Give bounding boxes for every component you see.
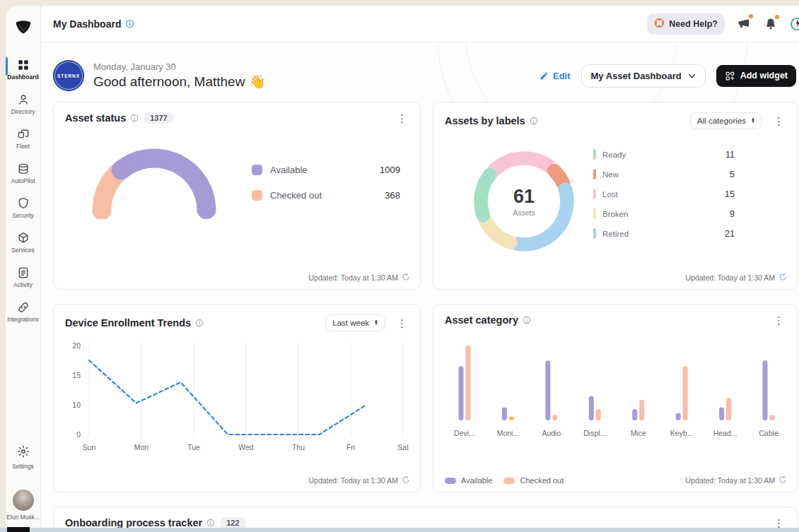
legend-item: Retired21 (593, 228, 735, 239)
sidebar-item-label: Integrations (7, 316, 38, 323)
sidebar-item-directory[interactable]: Directory (6, 91, 40, 117)
sidebar-item-activity[interactable]: Activity (6, 264, 40, 290)
user-avatar[interactable] (13, 490, 34, 511)
asset-status-gauge-chart (79, 136, 229, 222)
widget-assets-by-labels: Assets by labels All categories ▲▼ ⋮ 61 (433, 102, 798, 290)
refresh-icon[interactable] (778, 475, 787, 485)
svg-text:Thu: Thu (292, 443, 305, 451)
add-widget-button[interactable]: Add widget (716, 65, 796, 87)
categories-select[interactable]: All categories ▲▼ (690, 112, 762, 129)
greeting-header: STERNX Monday, January 30 Good afternoon… (41, 42, 799, 102)
widget-title: Onboarding process tracker (65, 517, 202, 528)
grid-icon (16, 58, 30, 72)
categories-select-value: All categories (697, 117, 746, 125)
lifebuoy-icon (654, 18, 665, 30)
svg-text:Fri: Fri (346, 443, 355, 451)
sidebar-item-label: AutoPilot (11, 177, 35, 184)
info-icon[interactable] (130, 114, 139, 122)
info-icon[interactable] (195, 319, 204, 327)
kebab-menu-icon[interactable]: ⋮ (772, 518, 786, 528)
period-select-value: Last week (332, 319, 369, 327)
sidebar: DashboardDirectoryFleetAutoPilotSecurity… (6, 6, 41, 528)
legend-item: Lost15 (593, 189, 735, 199)
legend-value: 21 (725, 229, 735, 239)
org-avatar: STERNX (53, 60, 84, 91)
announcements-button[interactable] (737, 16, 752, 31)
layers-icon (16, 162, 30, 176)
asset-status-legend: Available1009Checked out368 (252, 165, 400, 201)
category-legend: AvailableChecked out (445, 476, 564, 485)
sidebar-item-autopilot[interactable]: AutoPilot (6, 160, 40, 186)
sidebar-item-fleet[interactable]: Fleet (6, 126, 40, 151)
edit-label: Edit (553, 71, 571, 81)
add-widget-icon (725, 71, 735, 81)
sidebar-item-services[interactable]: Services (6, 230, 40, 255)
legend-swatch (252, 190, 262, 201)
sync-status-button[interactable] (790, 16, 799, 32)
sidebar-item-dashboard[interactable]: Dashboard (6, 57, 40, 82)
user-name: Elon Musk... (6, 514, 40, 521)
legend-label: Ready (602, 150, 626, 159)
refresh-icon[interactable] (778, 273, 787, 283)
svg-text:Wed: Wed (238, 443, 254, 451)
link-icon (16, 300, 30, 314)
legend-value: 5 (730, 170, 735, 179)
kebab-menu-icon[interactable]: ⋮ (395, 318, 409, 329)
widget-asset-status: Asset status 1377 ⋮ Available1009Checked… (53, 102, 421, 290)
refresh-icon[interactable] (402, 273, 410, 283)
kebab-menu-icon[interactable]: ⋮ (395, 113, 409, 124)
kebab-menu-icon[interactable]: ⋮ (772, 315, 786, 326)
count-badge: 1377 (144, 112, 173, 124)
info-icon[interactable] (125, 19, 134, 28)
gear-icon (16, 444, 30, 459)
sync-bolt-icon (790, 16, 799, 32)
sidebar-item-label: Fleet (16, 143, 30, 150)
labels-legend: Ready11New5Lost15Broken9Retired21 (593, 149, 735, 239)
info-icon[interactable] (206, 519, 215, 527)
gear-icon (16, 444, 30, 461)
dashboard-select[interactable]: My Asset Dashboard (581, 64, 706, 88)
legend-value: 1009 (380, 165, 400, 175)
sidebar-bottom: Settings Elon Musk... (6, 443, 40, 521)
page-title: My Dashboard (53, 18, 121, 30)
legend-value: 368 (385, 190, 400, 201)
legend-swatch (503, 478, 515, 484)
sidebar-item-label: Security (12, 212, 34, 219)
legend-swatch (593, 228, 596, 239)
edit-button[interactable]: Edit (540, 71, 571, 81)
document-icon (16, 266, 30, 280)
updated-text: Updated: Today at 1:30 AM (309, 273, 398, 282)
kebab-menu-icon[interactable]: ⋮ (772, 116, 786, 126)
sidebar-item-settings[interactable]: Settings (6, 443, 40, 471)
widget-device-enrollment-trends: Device Enrollment Trends Last week ▲▼ ⋮ … (53, 304, 421, 492)
info-icon[interactable] (530, 117, 538, 125)
notification-dot (775, 15, 779, 19)
legend-item: Available1009 (252, 165, 400, 175)
spinner-arrows-icon: ▲▼ (374, 320, 378, 325)
legend-swatch (593, 169, 596, 179)
person-icon (16, 93, 30, 107)
period-select[interactable]: Last week ▲▼ (325, 314, 385, 331)
legend-value: 9 (730, 209, 735, 219)
widget-title: Asset category (445, 314, 518, 326)
legend-value: 11 (725, 150, 735, 160)
legend-swatch (593, 189, 596, 199)
sidebar-item-security[interactable]: Security (6, 195, 40, 220)
svg-text:Head...: Head... (713, 429, 737, 437)
topbar-actions: Need Help? (647, 13, 799, 35)
refresh-icon[interactable] (402, 475, 410, 485)
assets-by-labels-donut-chart (463, 141, 585, 265)
main-content: STERNX Monday, January 30 Good afternoon… (41, 42, 799, 528)
notifications-button[interactable] (764, 17, 778, 31)
info-icon[interactable] (523, 316, 531, 324)
sidebar-item-integrations[interactable]: Integrations (6, 299, 40, 324)
widget-title: Asset status (65, 112, 126, 124)
widget-title: Device Enrollment Trends (65, 317, 191, 329)
app-logo-icon (13, 17, 34, 41)
need-help-label: Need Help? (669, 19, 718, 29)
need-help-button[interactable]: Need Help? (647, 13, 725, 35)
widgets-grid: Asset status 1377 ⋮ Available1009Checked… (53, 102, 798, 528)
sidebar-nav: DashboardDirectoryFleetAutoPilotSecurity… (6, 57, 40, 324)
svg-text:0: 0 (76, 430, 81, 439)
legend-swatch (445, 478, 456, 484)
